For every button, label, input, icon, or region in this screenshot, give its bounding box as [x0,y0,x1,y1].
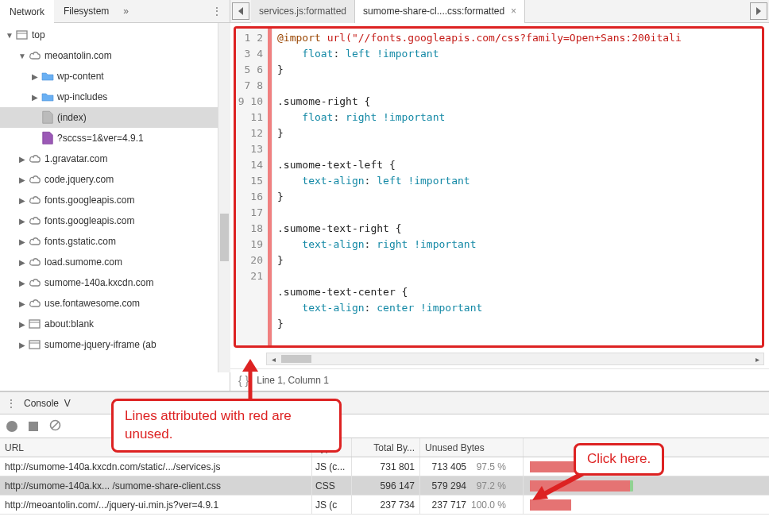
triangle-right-icon [755,7,762,15]
tree-label: top [30,29,45,40]
tree-label: wp-content [56,71,104,82]
record-icon[interactable] [6,421,17,432]
drawer-menu-icon[interactable]: ⋮ [6,398,16,409]
tree-item-top[interactable]: ▼top [0,25,230,45]
tab-network[interactable]: Network [0,0,54,23]
col-total[interactable]: Total By... [352,438,420,457]
file-gray-icon [40,110,56,125]
tree-item-fga[interactable]: ▶fonts.googleapis.com [0,190,230,210]
tree-label: load.sumome.com [43,256,122,268]
disclosure-icon[interactable]: ▶ [17,279,27,287]
disclosure-icon[interactable]: ▶ [17,320,27,329]
disclosure-icon[interactable]: ▶ [30,93,40,102]
frame-icon [27,318,43,330]
nav-back-button[interactable] [232,2,249,20]
cloud-icon [27,50,43,61]
code-editor-wrap: 1 2 3 4 5 6 7 8 9 10 11 12 13 14 15 16 1… [230,23,769,368]
annotation-unused: Lines attributed with red are unused. [111,399,342,453]
tree-label: sumome-jquery-iframe (ab [43,339,157,350]
cell-total: 237 734 [352,495,420,514]
drawer-tab-console[interactable]: Console V [24,398,71,409]
file-tabs: services.js:formatted sumome-share-cl...… [230,0,769,23]
scrollbar-thumb[interactable] [281,355,311,363]
cell-total: 731 801 [352,457,420,476]
file-tab-label: services.js:formatted [259,6,346,17]
disclosure-icon[interactable]: ▼ [5,31,14,40]
disclosure-icon[interactable]: ▶ [17,341,27,349]
folder-icon [40,71,56,82]
tree-item-scc[interactable]: ?sccss=1&ver=4.9.1 [0,128,230,148]
nav-forward-button[interactable] [750,2,767,20]
cell-unused: 713 40597.5 % [420,457,524,476]
tree-item-meo[interactable]: ▼meoantolin.com [0,45,230,66]
tab-filesystem[interactable]: Filesystem [54,0,118,23]
tree-item-wpi[interactable]: ▶wp-includes [0,87,230,107]
tabs-overflow[interactable]: » [123,6,129,17]
tree-item-ufa[interactable]: ▶use.fontawesome.com [0,293,230,314]
cloud-icon [27,215,43,226]
disclosure-icon[interactable]: ▶ [17,217,27,226]
tree-item-idx[interactable]: (index) [0,107,230,128]
tree-label: sumome-140a.kxcdn.com [43,277,153,288]
triangle-left-icon [238,7,244,15]
coverage-row[interactable]: http://sumome-140a.kx... /sumome-share-c… [0,476,769,495]
tree-label: meoantolin.com [43,50,112,61]
close-icon[interactable]: × [511,6,516,17]
tree-item-abl[interactable]: ▶about:blank [0,314,230,334]
tree-item-grav[interactable]: ▶1.gravatar.com [0,148,230,169]
file-tab-sumome[interactable]: sumome-share-cl....css:formatted × [355,0,525,23]
disclosure-icon[interactable]: ▼ [17,52,27,60]
disclosure-icon[interactable]: ▶ [17,175,27,184]
tree-label: about:blank [43,318,94,330]
scroll-right-icon[interactable]: ▸ [751,353,763,364]
cell-type: JS (c [312,495,352,514]
annotation-click: Click here. [574,443,664,476]
code-editor[interactable]: 1 2 3 4 5 6 7 8 9 10 11 12 13 14 15 16 1… [234,26,764,348]
frame-icon [14,29,30,40]
code-text[interactable]: @import url("//fonts.googleapis.com/css?… [272,29,762,345]
line-numbers: 1 2 3 4 5 6 7 8 9 10 11 12 13 14 15 16 1… [236,29,268,345]
tree-item-wpc[interactable]: ▶wp-content [0,66,230,87]
navigator-menu-icon[interactable]: ⋮ [204,6,230,17]
tree-item-fga2[interactable]: ▶fonts.googleapis.com [0,210,230,231]
tree-scrollbar[interactable] [218,23,230,372]
disclosure-icon[interactable]: ▶ [17,155,27,164]
cloud-icon [27,256,43,268]
folder-icon [40,91,56,102]
coverage-row[interactable]: http://meoantolin.com/.../jquery-ui.min.… [0,495,769,515]
cloud-icon [27,298,43,309]
file-tree[interactable]: ▼top▼meoantolin.com▶wp-content▶wp-includ… [0,23,230,391]
reload-icon[interactable] [29,422,38,431]
disclosure-icon[interactable]: ▶ [17,299,27,308]
cloud-icon [27,277,43,288]
gutter: 1 2 3 4 5 6 7 8 9 10 11 12 13 14 15 16 1… [236,29,272,345]
cloud-icon [27,174,43,185]
tree-item-lsum[interactable]: ▶load.sumome.com [0,252,230,272]
tree-label: fonts.googleapis.com [43,215,134,226]
clear-icon[interactable] [49,419,61,434]
col-unused[interactable]: Unused Bytes [420,438,524,457]
file-tab-services[interactable]: services.js:formatted [251,0,355,23]
tree-item-jq[interactable]: ▶code.jquery.com [0,169,230,190]
annotation-arrow-icon [236,356,276,403]
disclosure-icon[interactable]: ▶ [17,258,27,267]
cell-url: http://sumome-140a.kx... /sumome-share-c… [0,476,312,495]
disclosure-icon[interactable]: ▶ [30,72,40,81]
cell-total: 596 147 [352,476,420,495]
tree-item-sif[interactable]: ▶sumome-jquery-iframe (ab [0,334,230,355]
editor-hscrollbar[interactable]: ◂ ▸ [266,353,764,365]
cursor-status-bar: { } Line 1, Column 1 [230,368,769,391]
file-tab-label: sumome-share-cl....css:formatted [363,6,504,17]
cloud-icon [27,153,43,164]
tree-label: wp-includes [56,91,107,102]
tree-label: 1.gravatar.com [43,153,107,164]
tree-item-fgs[interactable]: ▶fonts.gstatic.com [0,231,230,252]
disclosure-icon[interactable]: ▶ [17,237,27,246]
cell-type: CSS [312,476,352,495]
editor-panel: services.js:formatted sumome-share-cl...… [230,0,769,391]
disclosure-icon[interactable]: ▶ [17,196,27,205]
cloud-icon [27,236,43,247]
cell-type: JS (c... [312,457,352,476]
tree-item-kxc[interactable]: ▶sumome-140a.kxcdn.com [0,272,230,293]
cloud-icon [27,195,43,206]
